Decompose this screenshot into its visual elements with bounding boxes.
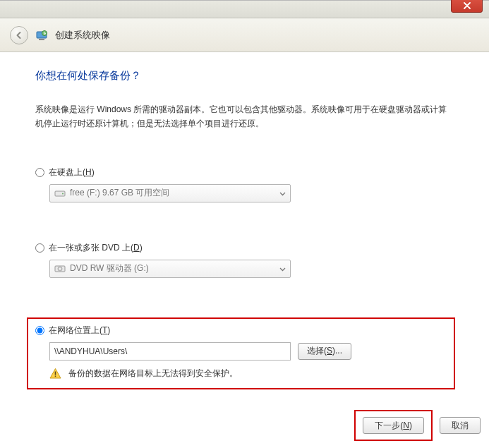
svg-point-7 (59, 268, 61, 270)
dvd-combobox[interactable]: DVD RW 驱动器 (G:) (49, 260, 291, 278)
option-hard-disk-label: 在硬盘上(H) (49, 167, 95, 178)
page-description: 系统映像是运行 Windows 所需的驱动器副本。它也可以包含其他驱动器。系统映… (35, 102, 455, 131)
radio-dvd[interactable] (35, 243, 44, 253)
svg-rect-8 (55, 371, 56, 375)
footer: 下一步(N) 取消 (354, 410, 481, 441)
window-title: 创建系统映像 (55, 29, 110, 42)
svg-rect-9 (55, 375, 56, 377)
back-arrow-icon (14, 30, 24, 40)
option-hard-disk-row[interactable]: 在硬盘上(H) (35, 167, 455, 178)
next-button-highlight: 下一步(N) (354, 410, 433, 441)
content-area: 你想在何处保存备份？ 系统映像是运行 Windows 所需的驱动器副本。它也可以… (0, 52, 489, 389)
option-dvd-row[interactable]: 在一张或多张 DVD 上(D) (35, 242, 455, 254)
svg-point-4 (62, 193, 64, 194)
page-heading: 你想在何处保存备份？ (35, 69, 455, 83)
back-button[interactable] (10, 26, 28, 44)
radio-hard-disk[interactable] (35, 168, 44, 177)
option-dvd: 在一张或多张 DVD 上(D) DVD RW 驱动器 (G:) (35, 242, 455, 278)
dvd-drive-icon (54, 263, 66, 274)
select-button[interactable]: 选择(S)... (298, 343, 351, 360)
next-button[interactable]: 下一步(N) (363, 417, 424, 434)
warning-icon (49, 368, 61, 380)
option-network: 在网络位置上(T) 选择(S)... 备份的数据在网络目标上无法得到安全保护。 (27, 317, 455, 389)
hard-disk-combobox[interactable]: free (F:) 9.67 GB 可用空间 (49, 184, 291, 202)
option-hard-disk: 在硬盘上(H) free (F:) 9.67 GB 可用空间 (35, 167, 455, 202)
close-icon (464, 2, 471, 9)
option-network-row[interactable]: 在网络位置上(T) (35, 325, 447, 337)
network-path-input[interactable] (49, 342, 291, 361)
drive-icon (54, 188, 66, 199)
chevron-down-icon (279, 188, 286, 198)
wizard-window: 创建系统映像 你想在何处保存备份？ 系统映像是运行 Windows 所需的驱动器… (0, 0, 489, 448)
header-bar: 创建系统映像 (0, 18, 489, 52)
cancel-button[interactable]: 取消 (440, 417, 481, 434)
radio-network[interactable] (35, 326, 44, 335)
option-network-label: 在网络位置上(T) (49, 325, 110, 337)
network-warning: 备份的数据在网络目标上无法得到安全保护。 (49, 368, 447, 380)
warning-text: 备份的数据在网络目标上无法得到安全保护。 (68, 368, 238, 380)
dvd-value: DVD RW 驱动器 (G:) (70, 262, 149, 274)
titlebar (0, 1, 489, 18)
option-dvd-label: 在一张或多张 DVD 上(D) (49, 242, 143, 254)
app-icon (35, 29, 48, 42)
chevron-down-icon (279, 264, 286, 274)
hard-disk-value: free (F:) 9.67 GB 可用空间 (70, 187, 169, 199)
svg-rect-1 (39, 39, 44, 40)
close-button[interactable] (451, 0, 483, 13)
